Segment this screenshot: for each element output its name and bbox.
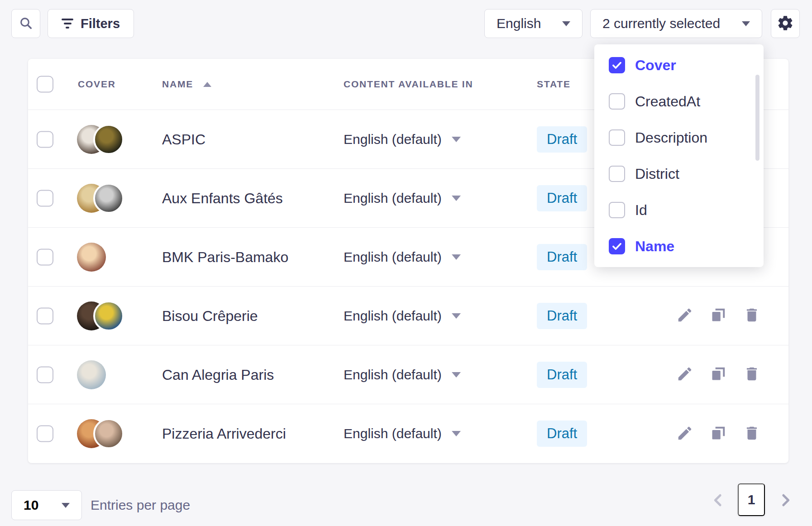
checkbox [609,202,625,218]
entry-name: ASPIC [162,131,205,148]
edit-button[interactable] [675,424,695,444]
entry-name: Pizzeria Arrivederci [162,426,286,442]
duplicate-button[interactable] [708,306,728,326]
trash-icon [743,365,760,384]
column-option-list: Cover CreatedAt Description District [594,47,764,264]
cover-avatar-group [77,243,106,272]
status-badge: Draft [537,303,587,329]
duplicate-button[interactable] [708,365,728,385]
status-badge: Draft [537,185,587,211]
dropdown-scrollbar[interactable] [755,75,759,161]
page-number-button[interactable]: 1 [738,483,765,516]
column-option[interactable]: Description [594,120,764,156]
columns-select[interactable]: 2 currently selected [590,9,762,38]
row-actions [675,287,762,345]
delete-button[interactable] [742,306,762,326]
locale-cell[interactable]: English (default) [344,249,461,265]
column-option[interactable]: Cover [594,47,764,83]
duplicate-button[interactable] [708,424,728,444]
duplicate-icon [710,365,727,384]
locale-value: English (default) [344,308,442,324]
header-content-available-in: CONTENT AVAILABLE IN [344,79,473,90]
table-row: Bisou Crêperie English (default) Draft [28,287,788,345]
chevron-down-icon [62,503,70,508]
next-page-button[interactable] [775,491,795,511]
column-option[interactable]: Name [594,228,764,264]
cover-avatar-group [77,418,124,449]
cover-avatar [77,243,106,272]
duplicate-icon [710,425,727,443]
edit-button[interactable] [675,365,695,385]
checkbox [609,57,625,73]
row-actions [675,345,762,404]
cover-avatar [93,124,124,155]
chevron-down-icon [452,137,461,142]
cover-avatar-group [77,360,106,389]
locale-select[interactable]: English [484,9,583,38]
filter-icon [62,19,73,29]
sort-ascending-icon [203,82,211,87]
checkbox [609,166,625,182]
locale-cell[interactable]: English (default) [344,132,461,147]
locale-value: English (default) [344,426,442,441]
cover-avatar [93,301,124,331]
entry-name: Bisou Crêperie [162,307,258,324]
row-actions [675,404,762,463]
status-badge: Draft [537,126,587,153]
column-option-label: Name [635,238,674,255]
column-option-label: District [635,166,679,182]
locale-value: English (default) [344,249,442,265]
chevron-down-icon [742,21,750,26]
cover-avatar-group [77,301,124,331]
delete-button[interactable] [742,424,762,444]
column-option[interactable]: Id [594,192,764,228]
chevron-down-icon [452,431,461,436]
columns-select-value: 2 currently selected [602,16,720,31]
table-row: Can Alegria Paris English (default) Draf… [28,345,788,404]
check-icon [611,59,623,71]
chevron-down-icon [452,196,461,201]
trash-icon [743,425,760,443]
locale-cell[interactable]: English (default) [344,191,461,206]
cover-avatar-group [77,183,124,214]
entry-name: Can Alegria Paris [162,366,274,383]
row-checkbox[interactable] [37,190,53,206]
column-settings-dropdown: Cover CreatedAt Description District [594,44,764,267]
filters-button[interactable]: Filters [48,9,134,38]
row-checkbox[interactable] [37,307,53,324]
edit-button[interactable] [675,306,695,326]
search-button[interactable] [11,9,40,38]
row-checkbox[interactable] [37,426,53,442]
pencil-icon [676,365,693,384]
status-badge: Draft [537,421,587,447]
previous-page-button[interactable] [708,491,728,511]
locale-cell[interactable]: English (default) [344,367,461,383]
page-size-select[interactable]: 10 [11,490,82,520]
cover-avatar [77,360,106,389]
filters-button-label: Filters [81,16,120,31]
row-checkbox[interactable] [37,249,53,265]
column-option-label: CreatedAt [635,93,700,110]
trash-icon [743,306,760,325]
select-all-checkbox[interactable] [37,76,53,93]
check-icon [611,240,623,252]
status-badge: Draft [537,244,587,270]
row-checkbox[interactable] [37,366,53,383]
entry-name: Aux Enfants Gâtés [162,190,283,206]
delete-button[interactable] [742,365,762,385]
chevron-left-icon [709,491,727,511]
column-option[interactable]: CreatedAt [594,83,764,120]
chevron-down-icon [562,21,570,26]
locale-cell[interactable]: English (default) [344,426,461,441]
status-badge: Draft [537,362,587,388]
locale-cell[interactable]: English (default) [344,308,461,324]
column-option[interactable]: District [594,156,764,192]
gear-icon [777,14,794,33]
row-checkbox[interactable] [37,131,53,148]
chevron-down-icon [452,254,461,260]
cover-avatar-group [77,124,124,155]
header-name[interactable]: NAME [162,79,211,90]
column-option-label: Id [635,202,647,219]
header-cover: COVER [78,79,116,90]
settings-button[interactable] [771,9,800,38]
